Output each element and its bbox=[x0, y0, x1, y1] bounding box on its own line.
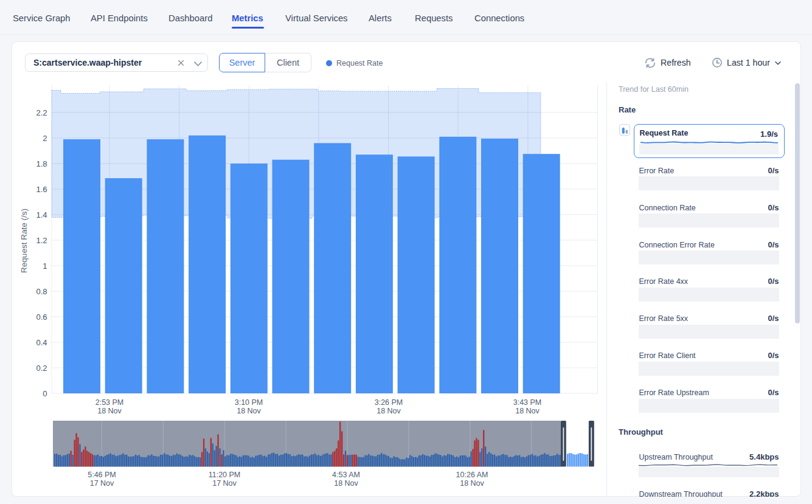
svg-text:17 Nov: 17 Nov bbox=[90, 479, 114, 488]
svg-text:5:46 PM: 5:46 PM bbox=[88, 471, 116, 479]
svg-text:18 Nov: 18 Nov bbox=[460, 479, 484, 488]
svg-text:18 Nov: 18 Nov bbox=[334, 479, 358, 488]
svg-text:0: 0 bbox=[43, 389, 47, 398]
svg-text:0.8: 0.8 bbox=[36, 287, 47, 296]
svg-text:3:26 PM: 3:26 PM bbox=[375, 398, 403, 407]
svg-text:2: 2 bbox=[43, 134, 47, 143]
svg-text:4:53 AM: 4:53 AM bbox=[332, 471, 360, 479]
svg-text:0.6: 0.6 bbox=[36, 312, 47, 322]
svg-text:1.6: 1.6 bbox=[36, 185, 47, 194]
svg-text:3:43 PM: 3:43 PM bbox=[513, 398, 542, 407]
svg-text:17 Nov: 17 Nov bbox=[212, 479, 237, 488]
svg-text:1.8: 1.8 bbox=[36, 159, 47, 168]
svg-text:2.2: 2.2 bbox=[36, 108, 47, 117]
svg-text:1.2: 1.2 bbox=[36, 236, 47, 245]
svg-text:0.4: 0.4 bbox=[36, 338, 47, 347]
svg-text:3:10 PM: 3:10 PM bbox=[235, 398, 263, 407]
svg-text:18 Nov: 18 Nov bbox=[97, 407, 122, 415]
svg-text:Request Rate (/s): Request Rate (/s) bbox=[19, 209, 29, 273]
svg-text:1: 1 bbox=[43, 261, 47, 271]
svg-text:18 Nov: 18 Nov bbox=[237, 407, 261, 415]
svg-text:10:26 AM: 10:26 AM bbox=[456, 471, 488, 479]
svg-text:1.4: 1.4 bbox=[36, 210, 47, 219]
svg-text:18 Nov: 18 Nov bbox=[515, 407, 540, 415]
svg-text:2:53 PM: 2:53 PM bbox=[95, 398, 124, 407]
svg-text:0.2: 0.2 bbox=[36, 364, 47, 373]
svg-text:18 Nov: 18 Nov bbox=[377, 407, 401, 415]
svg-text:11:20 PM: 11:20 PM bbox=[209, 471, 241, 479]
